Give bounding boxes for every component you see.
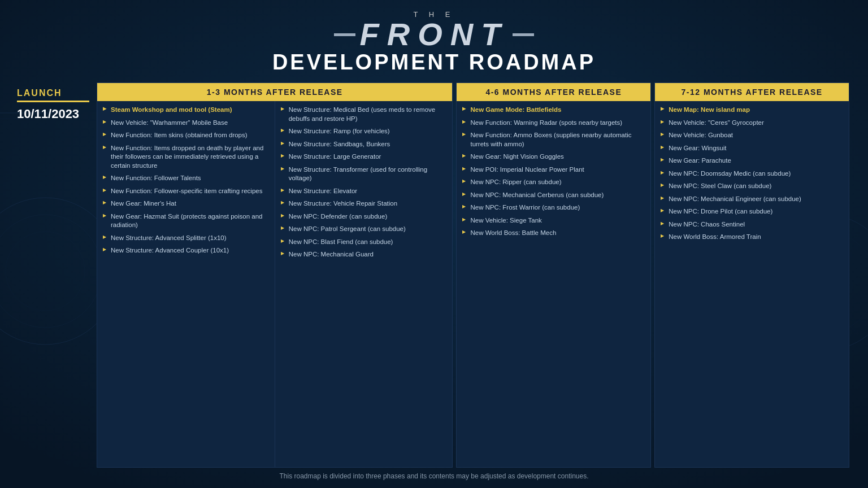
front-dash-right bbox=[513, 33, 534, 36]
list-item: New NPC: Mechanical Guard bbox=[281, 250, 447, 259]
list-item: New World Boss: Battle Mech bbox=[462, 229, 645, 238]
launch-date: 10/11/2023 bbox=[17, 107, 89, 121]
phase-1-content: Steam Workshop and mod tool (Steam) New … bbox=[97, 101, 452, 467]
list-item: New NPC: Defender (can subdue) bbox=[281, 212, 447, 221]
main-grid: LAUNCH 10/11/2023 1-3 MONTHS AFTER RELEA… bbox=[17, 82, 851, 468]
phase-2-list-col: New Game Mode: Battlefields New Function… bbox=[457, 101, 650, 467]
list-item: New NPC: Steel Claw (can subdue) bbox=[661, 182, 843, 191]
list-item: New NPC: Frost Warrior (can subdue) bbox=[462, 203, 645, 212]
list-item: New NPC: Drone Pilot (can subdue) bbox=[661, 207, 843, 216]
phase-3-column: 7-12 MONTHS AFTER RELEASE New Map: New i… bbox=[654, 82, 849, 468]
list-item: New Structure: Advanced Splitter (1x10) bbox=[103, 234, 269, 243]
phase-2-header: 4-6 MONTHS AFTER RELEASE bbox=[457, 83, 650, 101]
list-item: New Structure: Ramp (for vehicles) bbox=[281, 127, 447, 136]
list-item: New Structure: Medical Bed (uses meds to… bbox=[281, 106, 447, 123]
footer-note: This roadmap is divided into three phase… bbox=[17, 468, 851, 482]
phase-1-subcol-2: New Structure: Medical Bed (uses meds to… bbox=[275, 101, 453, 467]
list-item: New Structure: Sandbags, Bunkers bbox=[281, 140, 447, 149]
list-item: New Function: Items dropped on death by … bbox=[103, 144, 269, 171]
list-item: New NPC: Doomsday Medic (can subdue) bbox=[661, 169, 843, 178]
list-item: New Gear: Wingsuit bbox=[661, 144, 843, 153]
list-item: New Function: Follower Talents bbox=[103, 174, 269, 183]
list-item: New World Boss: Armored Train bbox=[661, 233, 843, 242]
list-item: New Vehicle: Gunboat bbox=[661, 131, 843, 140]
list-item: New Structure: Elevator bbox=[281, 187, 447, 196]
list-item: Steam Workshop and mod tool (Steam) bbox=[103, 106, 269, 115]
phase-3-content: New Map: New island map New Vehicle: "Ce… bbox=[655, 101, 849, 467]
list-item: New Gear: Parachute bbox=[661, 156, 843, 165]
phase-1-subcol-1: Steam Workshop and mod tool (Steam) New … bbox=[97, 101, 275, 467]
logo-row: FRONT bbox=[272, 19, 596, 50]
list-item: New Function: Warning Radar (spots nearb… bbox=[462, 119, 645, 128]
front-dash-left bbox=[334, 33, 355, 36]
list-item: New Gear: Miner's Hat bbox=[103, 199, 269, 208]
header: T H E FRONT DEVELOPMENT ROADMAP bbox=[272, 10, 596, 75]
phase-2-content: New Game Mode: Battlefields New Function… bbox=[457, 101, 650, 467]
list-item: New Map: New island map bbox=[661, 106, 843, 115]
list-item: New NPC: Patrol Sergeant (can subdue) bbox=[281, 225, 447, 234]
list-item: New Structure: Large Generator bbox=[281, 152, 447, 162]
list-item: New NPC: Blast Fiend (can subdue) bbox=[281, 238, 447, 247]
launch-label: LAUNCH bbox=[17, 88, 89, 102]
list-item: New Structure: Advanced Coupler (10x1) bbox=[103, 246, 269, 255]
list-item: New Vehicle: Siege Tank bbox=[462, 216, 645, 225]
list-item: New Game Mode: Battlefields bbox=[462, 106, 645, 115]
list-item: New NPC: Ripper (can subdue) bbox=[462, 178, 645, 187]
logo-front: FRONT bbox=[360, 19, 509, 50]
phase-3-list-col: New Map: New island map New Vehicle: "Ce… bbox=[655, 101, 849, 467]
list-item: New Gear: Night Vision Goggles bbox=[462, 152, 645, 162]
page-content: T H E FRONT DEVELOPMENT ROADMAP LAUNCH 1… bbox=[0, 0, 868, 488]
page-title: DEVELOPMENT ROADMAP bbox=[272, 50, 596, 75]
list-item: New Function: Item skins (obtained from … bbox=[103, 131, 269, 140]
list-item: New Function: Follower-specific item cra… bbox=[103, 187, 269, 196]
phase-1-list-1: Steam Workshop and mod tool (Steam) New … bbox=[103, 106, 269, 255]
list-item: New Vehicle: "Ceres" Gyrocopter bbox=[661, 119, 843, 128]
list-item: New Gear: Hazmat Suit (protects against … bbox=[103, 212, 269, 230]
phase-1-column: 1-3 MONTHS AFTER RELEASE Steam Workshop … bbox=[97, 82, 453, 468]
phase-3-header: 7-12 MONTHS AFTER RELEASE bbox=[655, 83, 849, 101]
phase-3-list: New Map: New island map New Vehicle: "Ce… bbox=[661, 106, 843, 242]
list-item: New POI: Imperial Nuclear Power Plant bbox=[462, 165, 645, 175]
phase-2-list: New Game Mode: Battlefields New Function… bbox=[462, 106, 645, 238]
list-item: New NPC: Mechanical Cerberus (can subdue… bbox=[462, 191, 645, 200]
list-item: New NPC: Mechanical Engineer (can subdue… bbox=[661, 195, 843, 204]
list-item: New Structure: Vehicle Repair Station bbox=[281, 199, 447, 208]
list-item: New Function: Ammo Boxes (supplies nearb… bbox=[462, 131, 645, 149]
list-item: New Structure: Transformer (used for con… bbox=[281, 165, 447, 183]
launch-column: LAUNCH 10/11/2023 bbox=[17, 82, 95, 468]
phase-1-list-2: New Structure: Medical Bed (uses meds to… bbox=[281, 106, 447, 259]
list-item: New Vehicle: "Warhammer" Mobile Base bbox=[103, 119, 269, 128]
list-item: New NPC: Chaos Sentinel bbox=[661, 220, 843, 229]
phase-1-header: 1-3 MONTHS AFTER RELEASE bbox=[97, 83, 452, 101]
phase-2-column: 4-6 MONTHS AFTER RELEASE New Game Mode: … bbox=[456, 82, 651, 468]
